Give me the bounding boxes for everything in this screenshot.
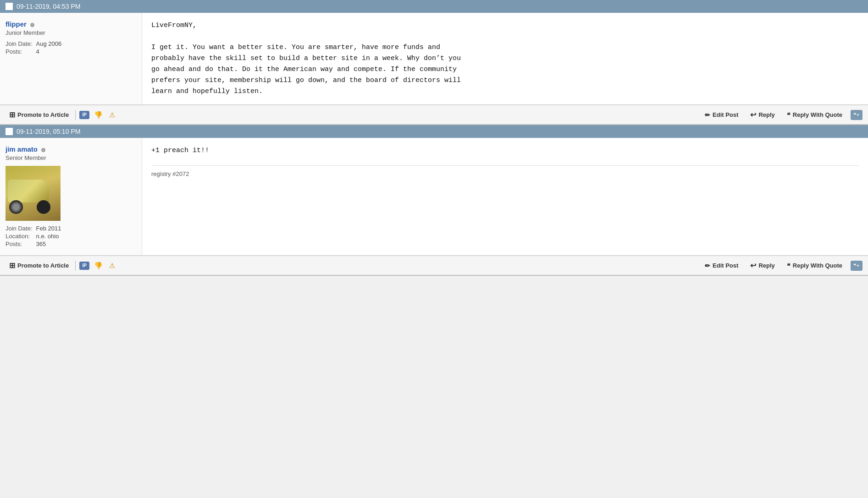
edit-icon-2 bbox=[705, 262, 710, 269]
post-2-user-title: Senior Member bbox=[6, 154, 136, 161]
multiquote-icon-2: ❝+ bbox=[851, 261, 862, 271]
post-1-username[interactable]: flipper bbox=[6, 20, 27, 28]
reply-icon bbox=[750, 110, 756, 119]
post-2-location-label: Location: bbox=[6, 232, 36, 240]
action-divider-1 bbox=[75, 110, 76, 120]
post-2-username[interactable]: jim amato bbox=[6, 145, 38, 153]
post-1-user-meta: Join Date: Aug 2006 Posts: 4 bbox=[6, 40, 136, 55]
post-1-action-right: Edit Post Reply Reply With Quote ❝+ bbox=[700, 108, 863, 121]
post-1-timestamp: 09-11-2019, 04:53 PM bbox=[17, 3, 80, 10]
post-2-text: +1 preach it!! bbox=[151, 145, 859, 156]
post-2: 09-11-2019, 05:10 PM jim amato Senior Me… bbox=[0, 125, 868, 276]
post-1-posts-label: Posts: bbox=[6, 48, 36, 55]
post-2-sidebar: jim amato Senior Member Join Date: Feb 2… bbox=[0, 138, 142, 255]
post-2-warn-btn[interactable] bbox=[105, 260, 119, 272]
article-icon-2 bbox=[9, 261, 15, 270]
article-icon bbox=[9, 110, 15, 119]
quote-icon bbox=[787, 111, 791, 119]
post-1-warn-btn[interactable] bbox=[105, 109, 119, 121]
post-1-join-date-label: Join Date: bbox=[6, 40, 36, 48]
post-2-header: 09-11-2019, 05:10 PM bbox=[0, 125, 868, 138]
post-2-timestamp: 09-11-2019, 05:10 PM bbox=[17, 128, 80, 135]
post-1-dislike-btn[interactable] bbox=[91, 109, 105, 121]
post-1-promote-btn[interactable]: Promote to Article bbox=[5, 108, 73, 121]
edit-icon bbox=[705, 111, 710, 119]
post-1-user-title: Junior Member bbox=[6, 29, 136, 36]
post-1-text: LiveFromNY, I get it. You want a better … bbox=[151, 20, 859, 97]
post-2-promote-btn[interactable]: Promote to Article bbox=[5, 259, 73, 272]
post-1-sidebar: flipper Junior Member Join Date: Aug 200… bbox=[0, 13, 142, 104]
post-1-reply-btn[interactable]: Reply bbox=[746, 108, 779, 121]
quote-icon-2 bbox=[787, 262, 791, 269]
post-2-action-left: Promote to Article IP bbox=[5, 259, 700, 272]
post-1-body: flipper Junior Member Join Date: Aug 200… bbox=[0, 13, 868, 105]
multiquote-icon: ❝+ bbox=[851, 110, 862, 120]
post-2-reply-quote-btn[interactable]: Reply With Quote bbox=[782, 260, 847, 272]
warn-icon bbox=[109, 111, 115, 119]
post-2-avatar bbox=[6, 166, 61, 221]
post-2-posts-label: Posts: bbox=[6, 240, 36, 248]
post-2-content-area: +1 preach it!! registry #2072 bbox=[142, 138, 868, 255]
ip-icon: IP bbox=[79, 111, 89, 119]
post-2-edit-btn[interactable]: Edit Post bbox=[700, 260, 743, 272]
action-divider-2 bbox=[75, 261, 76, 271]
post-1-header: 09-11-2019, 04:53 PM bbox=[0, 0, 868, 13]
post-2-multiquote-btn[interactable]: ❝+ bbox=[850, 260, 863, 272]
post-2-location-value: n.e. ohio bbox=[36, 232, 61, 240]
post-1-edit-btn[interactable]: Edit Post bbox=[700, 109, 743, 121]
reply-icon-2 bbox=[750, 261, 756, 270]
post-1-multiquote-btn[interactable]: ❝+ bbox=[850, 109, 863, 121]
post-2-body: jim amato Senior Member Join Date: Feb 2… bbox=[0, 138, 868, 256]
post-1-posts-value: 4 bbox=[36, 48, 62, 55]
warn-icon-2 bbox=[109, 262, 115, 270]
post-2-join-date-label: Join Date: bbox=[6, 224, 36, 232]
avatar-car-image bbox=[6, 166, 61, 221]
post-2-action-right: Edit Post Reply Reply With Quote ❝+ bbox=[700, 259, 863, 272]
post-2-icon bbox=[6, 128, 13, 135]
post-1-ip-btn[interactable]: IP bbox=[77, 109, 91, 121]
post-1-content-area: LiveFromNY, I get it. You want a better … bbox=[142, 13, 868, 104]
post-1: 09-11-2019, 04:53 PM flipper Junior Memb… bbox=[0, 0, 868, 125]
post-2-online-indicator bbox=[41, 148, 45, 152]
post-2-signature: registry #2072 bbox=[151, 165, 859, 177]
dislike-icon bbox=[94, 111, 103, 119]
ip-icon-2: IP bbox=[79, 262, 89, 270]
post-1-online-indicator bbox=[30, 23, 34, 27]
post-1-actions: Promote to Article IP Edit Post bbox=[0, 105, 868, 125]
post-2-posts-value: 365 bbox=[36, 240, 61, 248]
post-2-reply-btn[interactable]: Reply bbox=[746, 259, 779, 272]
forum-container: 09-11-2019, 04:53 PM flipper Junior Memb… bbox=[0, 0, 868, 276]
post-1-join-date-value: Aug 2006 bbox=[36, 40, 62, 48]
post-2-join-date-value: Feb 2011 bbox=[36, 224, 61, 232]
post-icon bbox=[6, 3, 13, 10]
post-2-user-meta: Join Date: Feb 2011 Location: n.e. ohio … bbox=[6, 224, 136, 248]
post-2-ip-btn[interactable]: IP bbox=[77, 260, 91, 272]
dislike-icon-2 bbox=[94, 262, 103, 270]
post-1-reply-quote-btn[interactable]: Reply With Quote bbox=[782, 109, 847, 121]
post-2-actions: Promote to Article IP Edit Post bbox=[0, 256, 868, 276]
post-2-dislike-btn[interactable] bbox=[91, 260, 105, 272]
post-1-action-left: Promote to Article IP bbox=[5, 108, 700, 121]
